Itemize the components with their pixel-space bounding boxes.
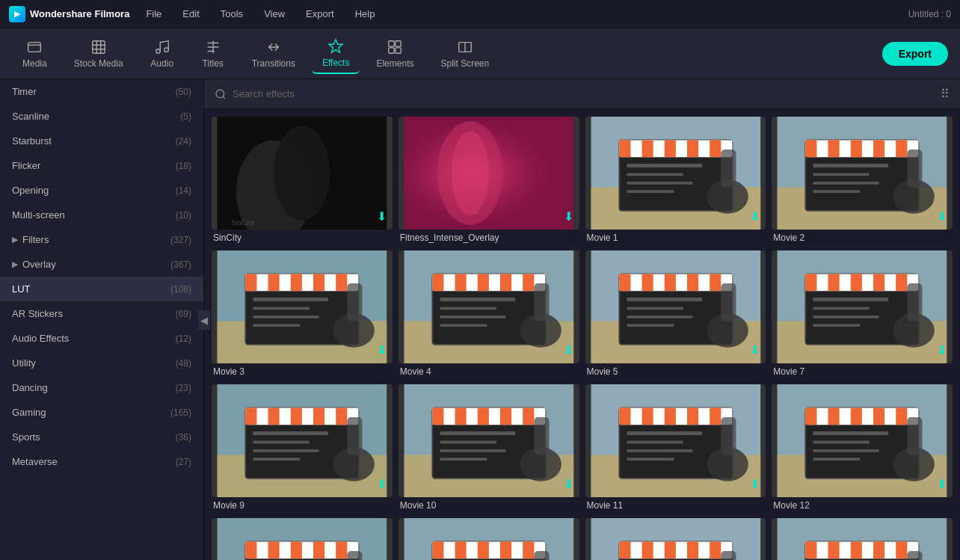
sidebar-item-dancing[interactable]: Dancing (23) — [0, 375, 203, 400]
sidebar-item-utility[interactable]: Utility (48) — [0, 351, 203, 375]
grid-item-movie-9[interactable]: ⬇ Movie 9 — [212, 384, 393, 512]
sidebar-item-flicker[interactable]: Flicker (18) — [0, 153, 203, 178]
svg-point-10 — [216, 90, 224, 98]
grid-item-movie-11[interactable]: ⬇ Movie 11 — [585, 384, 766, 512]
download-icon[interactable]: ⬇ — [750, 477, 760, 491]
svg-rect-74 — [523, 274, 534, 292]
tool-media[interactable]: Media — [12, 34, 58, 73]
menu-file[interactable]: File — [141, 7, 166, 21]
tool-transitions[interactable]: Transitions — [241, 34, 306, 73]
download-icon[interactable]: ⬇ — [937, 209, 947, 224]
toolbar: Media Stock Media Audio Titles Transitio… — [0, 28, 960, 79]
grid-item-movie-13[interactable]: ⬇ Movie 13 — [212, 518, 393, 560]
sidebar-item-filters[interactable]: ▶ Filters (327) — [0, 227, 203, 252]
svg-text:SinCity: SinCity — [231, 218, 254, 227]
download-icon[interactable]: ⬇ — [564, 343, 573, 357]
svg-rect-58 — [313, 274, 324, 292]
svg-rect-1 — [92, 40, 105, 53]
menu-help[interactable]: Help — [351, 7, 380, 21]
sidebar-item-starburst[interactable]: Starburst (24) — [0, 129, 203, 153]
tool-stock-media[interactable]: Stock Media — [64, 34, 134, 73]
thumbnail: ⬇ — [212, 250, 393, 363]
sidebar-collapse-button[interactable]: ◀ — [198, 310, 210, 330]
svg-rect-48 — [813, 190, 861, 193]
svg-rect-88 — [686, 274, 698, 292]
svg-rect-91 — [627, 307, 683, 310]
download-icon[interactable]: ⬇ — [377, 343, 387, 357]
sidebar-item-audio-effects[interactable]: Audio Effects (12) — [0, 326, 203, 351]
sidebar-item-label: Multi-screen — [12, 209, 65, 221]
grid-item-movie-15[interactable]: ⬇ Movie 15 — [585, 518, 766, 560]
menu-tools[interactable]: Tools — [216, 7, 247, 21]
item-label: Movie 2 — [772, 230, 953, 244]
download-icon[interactable]: ⬇ — [937, 477, 947, 491]
thumbnail: ⬇ — [585, 250, 766, 363]
svg-rect-179 — [336, 542, 347, 559]
svg-rect-75 — [440, 298, 515, 301]
grid-item-movie-10[interactable]: ⬇ Movie 10 — [399, 384, 579, 512]
item-label: Movie 4 — [399, 363, 579, 378]
menu-edit[interactable]: Edit — [178, 7, 203, 21]
thumbnail: ⬇ — [772, 117, 953, 230]
svg-rect-71 — [455, 274, 466, 292]
grid-item-movie-3[interactable]: ⬇ Movie 3 — [212, 250, 393, 378]
grid-item-fitness-intense-overlay[interactable]: ⬇ Fitness_Intense_Overlay — [399, 117, 579, 244]
sidebar-item-overlay[interactable]: ▶ Overlay (367) — [0, 252, 203, 277]
download-icon[interactable]: ⬇ — [564, 477, 573, 491]
svg-rect-30 — [627, 164, 702, 167]
sidebar-item-scanline[interactable]: Scanline (5) — [0, 104, 203, 129]
download-icon[interactable]: ⬇ — [377, 209, 387, 224]
search-bar: ⠿ — [204, 79, 960, 109]
tool-effects[interactable]: Effects — [312, 34, 360, 74]
grid-item-movie-16[interactable]: ⬇ Movie 16 — [772, 518, 953, 560]
grid-item-movie-14[interactable]: ⬇ Movie 14 — [399, 518, 579, 560]
grid-item-movie-12[interactable]: ⬇ Movie 12 — [772, 384, 953, 512]
tool-audio[interactable]: Audio — [140, 34, 185, 73]
thumbnail: ⬇ — [399, 117, 579, 230]
sidebar-item-lut[interactable]: LUT (108) — [0, 277, 203, 301]
grid-item-movie-4[interactable]: ⬇ Movie 4 — [399, 250, 579, 378]
svg-rect-92 — [627, 316, 692, 319]
sidebar-item-count: (108) — [170, 284, 191, 295]
menu-view[interactable]: View — [259, 7, 289, 21]
item-label: Movie 11 — [585, 497, 766, 512]
download-icon[interactable]: ⬇ — [750, 343, 760, 357]
download-icon[interactable]: ⬇ — [564, 209, 573, 224]
svg-rect-103 — [873, 274, 884, 292]
svg-rect-122 — [253, 449, 319, 452]
download-icon[interactable]: ⬇ — [750, 209, 760, 224]
grid-item-movie-5[interactable]: ⬇ Movie 5 — [585, 250, 766, 378]
sidebar-item-multi-screen[interactable]: Multi-screen (10) — [0, 203, 203, 227]
svg-rect-95 — [721, 283, 736, 321]
svg-point-20 — [451, 131, 488, 215]
grid-item-movie-1[interactable]: ⬇ Movie 1 — [585, 117, 766, 244]
svg-rect-207 — [664, 542, 675, 559]
sidebar-item-count: (5) — [180, 111, 191, 122]
grid-view-icon[interactable]: ⠿ — [941, 87, 950, 101]
grid-item-sincity[interactable]: SinCity ⬇ SinCity — [212, 117, 393, 244]
tool-titles[interactable]: Titles — [191, 34, 236, 73]
sidebar-item-gaming[interactable]: Gaming (165) — [0, 400, 203, 425]
svg-rect-209 — [710, 542, 721, 559]
sidebar-item-timer[interactable]: Timer (50) — [0, 79, 203, 104]
tool-split-screen[interactable]: Split Screen — [430, 34, 499, 73]
item-label: SinCity — [212, 230, 393, 244]
tool-elements[interactable]: Elements — [366, 34, 424, 73]
download-icon[interactable]: ⬇ — [377, 477, 387, 491]
menu-export[interactable]: Export — [301, 7, 339, 21]
grid-item-movie-7[interactable]: ⬇ Movie 7 — [772, 250, 953, 378]
svg-rect-59 — [336, 274, 347, 292]
export-button[interactable]: Export — [882, 42, 948, 66]
grid-item-movie-2[interactable]: ⬇ Movie 2 — [772, 117, 953, 244]
tool-stock-media-label: Stock Media — [74, 58, 123, 69]
sidebar-item-count: (12) — [176, 333, 191, 344]
download-icon[interactable]: ⬇ — [937, 343, 947, 357]
sidebar-item-sports[interactable]: Sports (36) — [0, 425, 203, 449]
svg-rect-224 — [896, 542, 907, 559]
sidebar-item-opening[interactable]: Opening (14) — [0, 178, 203, 203]
sidebar-item-metaverse[interactable]: Metaverse (27) — [0, 449, 203, 474]
search-input[interactable] — [233, 88, 935, 99]
svg-rect-138 — [440, 458, 487, 461]
thumbnail: ⬇ — [772, 250, 953, 363]
sidebar-item-ar-stickers[interactable]: AR Stickers (69) — [0, 301, 203, 326]
